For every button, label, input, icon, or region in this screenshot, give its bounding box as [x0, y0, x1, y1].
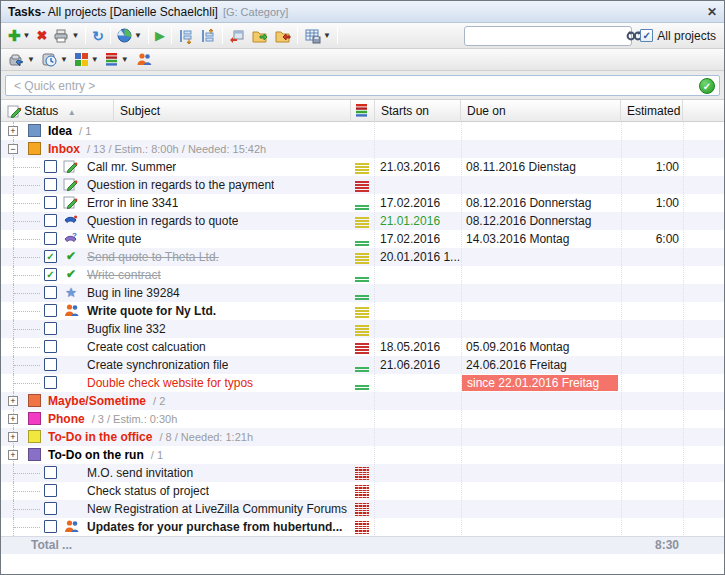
task-row[interactable]: ✓✔Write contract	[1, 266, 724, 284]
expander-toggle-icon[interactable]: +	[8, 414, 18, 424]
group-label: Phone/ 3 / Estim.: 0:30h	[48, 410, 177, 428]
task-checkbox[interactable]: ✓	[44, 268, 57, 281]
task-row[interactable]: ★Bug in line 39284	[1, 284, 724, 302]
tree-line	[14, 203, 40, 204]
priority-bars-icon	[355, 103, 369, 118]
task-row[interactable]: Call mr. Summer21.03.201608.11.2016 Dien…	[1, 158, 724, 176]
search-box[interactable]	[464, 26, 632, 46]
task-row[interactable]: Write quote for Ny Ltd.	[1, 302, 724, 320]
all-projects-toggle[interactable]: ✓ All projects	[640, 29, 716, 43]
expander-toggle-icon[interactable]: +	[8, 126, 18, 136]
print-button[interactable]: ▼	[50, 26, 82, 46]
group-row[interactable]: +To-Do in the office/ 8 / Needed: 1:21h	[1, 428, 724, 446]
task-subject: M.O. send invitation	[87, 464, 193, 482]
task-checkbox[interactable]	[44, 502, 57, 515]
task-row[interactable]: Error in line 334117.02.201608.12.2016 D…	[1, 194, 724, 212]
task-checkbox[interactable]	[44, 340, 57, 353]
run-icon: ▶	[155, 29, 165, 42]
collapse-all-button[interactable]	[197, 26, 219, 46]
edit-note-icon	[63, 159, 79, 175]
expand-all-button[interactable]	[175, 26, 197, 46]
group-row[interactable]: +Idea/ 1	[1, 122, 724, 140]
timer-button[interactable]: ▼	[38, 50, 71, 70]
expander-toggle-icon[interactable]: +	[8, 450, 18, 460]
task-row[interactable]: Updates for your purchase from hubertund…	[1, 518, 724, 536]
priority-indicator-icon	[355, 196, 371, 210]
add-task-button[interactable]: ✚▼	[5, 26, 34, 46]
task-checkbox[interactable]	[44, 466, 57, 479]
task-checkbox[interactable]	[44, 286, 57, 299]
category-color-swatch	[28, 394, 41, 407]
task-checkbox[interactable]	[44, 322, 57, 335]
expander-toggle-icon[interactable]: +	[8, 396, 18, 406]
task-subject: Bugfix line 332	[87, 320, 166, 338]
group-label: Inbox/ 13 / Estim.: 8:00h / Needed: 15:4…	[48, 140, 266, 158]
run-button[interactable]: ▶	[152, 26, 168, 46]
priority-indicator-icon	[355, 268, 371, 282]
task-row[interactable]: Double check website for typossince 22.0…	[1, 374, 724, 392]
task-checkbox[interactable]	[44, 358, 57, 371]
task-row[interactable]: Bugfix line 332	[1, 320, 724, 338]
column-header-status[interactable]: Status ▲	[1, 100, 114, 122]
column-header-starts[interactable]: Starts on	[375, 100, 461, 122]
column-header-priority[interactable]	[351, 100, 375, 122]
task-checkbox[interactable]	[44, 304, 57, 317]
total-estimated: 8:30	[621, 537, 679, 554]
task-checkbox[interactable]	[44, 484, 57, 497]
column-header-subject[interactable]: Subject	[114, 100, 351, 122]
tree-line	[14, 293, 40, 294]
task-checkbox[interactable]	[44, 376, 57, 389]
group-row[interactable]: −Inbox/ 13 / Estim.: 8:00h / Needed: 15:…	[1, 140, 724, 158]
tree-line	[14, 275, 40, 276]
task-subject: Create cost calcuation	[87, 338, 206, 356]
chart-button[interactable]: ▼	[114, 26, 145, 46]
delete-task-button[interactable]: ✖	[34, 26, 51, 46]
secondary-toolbar: ▼ ▼ ▼ ▼	[1, 49, 724, 71]
priority-bars-icon	[105, 52, 119, 67]
group-row[interactable]: +Phone/ 3 / Estim.: 0:30h	[1, 410, 724, 428]
task-row[interactable]: Create synchronization file21.06.201624.…	[1, 356, 724, 374]
group-row[interactable]: +Maybe/Sometime/ 2	[1, 392, 724, 410]
move-task-button[interactable]	[226, 26, 248, 46]
quick-entry-confirm-button[interactable]: ✓	[699, 78, 715, 94]
quick-entry-input[interactable]	[5, 75, 720, 96]
column-header-due[interactable]: Due on	[461, 100, 621, 122]
task-checkbox[interactable]	[44, 178, 57, 191]
task-checkbox[interactable]	[44, 160, 57, 173]
export-button[interactable]	[248, 26, 271, 46]
task-row[interactable]: ?Write qute17.02.201614.03.2016 Montag6:…	[1, 230, 724, 248]
task-checkbox[interactable]	[44, 196, 57, 209]
task-row[interactable]: Question in regards to quote21.01.201608…	[1, 212, 724, 230]
expander-toggle-icon[interactable]: +	[8, 432, 18, 442]
refresh-button[interactable]: ↻	[89, 26, 107, 46]
people-icon	[63, 303, 79, 319]
report-button[interactable]: ▼	[5, 50, 38, 70]
quick-entry-row: ✓	[1, 71, 724, 100]
task-checkbox[interactable]	[44, 520, 57, 533]
timer-icon	[41, 52, 58, 68]
delegate-button[interactable]	[132, 50, 156, 70]
column-header-estimated[interactable]: Estimated	[621, 100, 683, 122]
task-row[interactable]: Create cost calcuation18.05.201605.09.20…	[1, 338, 724, 356]
close-icon[interactable]: ✕	[707, 5, 717, 19]
priority-button[interactable]: ▼	[102, 50, 132, 70]
due-on-value: 08.12.2016 Donnerstag	[466, 212, 591, 230]
task-checkbox[interactable]	[44, 232, 57, 245]
estimated-value: 1:00	[621, 158, 679, 176]
task-row[interactable]: Check status of project	[1, 482, 724, 500]
add-task-icon: ✚	[8, 28, 21, 43]
search-input[interactable]	[471, 29, 626, 43]
task-checkbox[interactable]: ✓	[44, 250, 57, 263]
category-button[interactable]: ▼	[71, 50, 102, 70]
task-checkbox[interactable]	[44, 214, 57, 227]
import-button[interactable]	[271, 26, 294, 46]
table-layout-button[interactable]: ▼	[301, 26, 334, 46]
task-row[interactable]: ✓✔Send quote to Theta Ltd.20.01.2016 1..…	[1, 248, 724, 266]
expander-toggle-icon[interactable]: −	[8, 144, 18, 154]
starts-on-value: 17.02.2016	[380, 194, 440, 212]
task-row[interactable]: M.O. send invitation	[1, 464, 724, 482]
collapse-all-icon	[200, 28, 216, 44]
task-row[interactable]: New Registration at LiveZilla Community …	[1, 500, 724, 518]
group-row[interactable]: +To-Do on the run/ 1	[1, 446, 724, 464]
task-row[interactable]: Question in regards to the payment	[1, 176, 724, 194]
